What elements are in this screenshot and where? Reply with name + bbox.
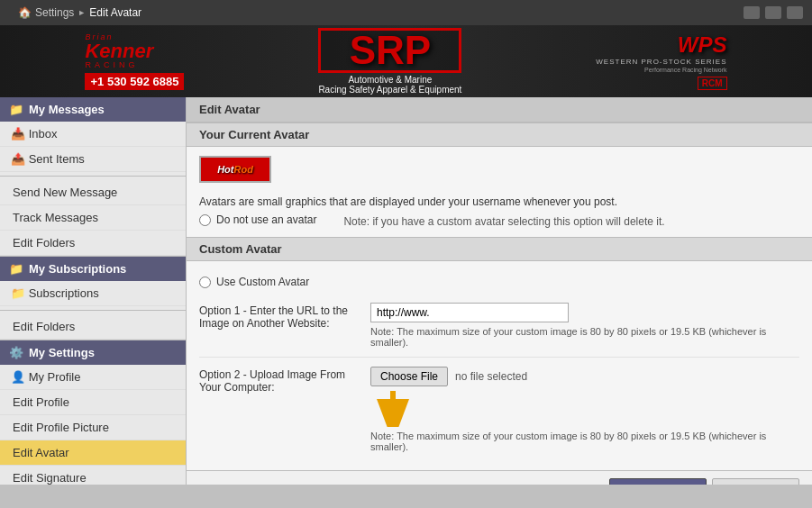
sidebar-item-sent[interactable]: 📤 Sent Items xyxy=(0,147,186,172)
sidebar-header-messages: 📁 My Messages xyxy=(0,97,186,122)
use-custom-label[interactable]: Use Custom Avatar xyxy=(216,276,309,288)
sent-label: Sent Items xyxy=(29,152,85,166)
banner-inner: Brian Kenner RACING +1 530 592 6885 SRP … xyxy=(0,25,812,97)
sidebar-item-track-messages[interactable]: Track Messages xyxy=(0,205,186,231)
avatar-description: Avatars are small graphics that are disp… xyxy=(199,195,799,208)
subscriptions-icon: 📁 xyxy=(11,286,29,300)
use-custom-row: Use Custom Avatar xyxy=(199,270,799,294)
banner-left: Brian Kenner RACING +1 530 592 6885 xyxy=(85,33,184,90)
save-changes-button[interactable]: Save Changes xyxy=(609,478,707,485)
sidebar-item-send-message[interactable]: Send New Message xyxy=(0,180,186,205)
arrow-annotation xyxy=(370,386,799,427)
edit-signature-label: Edit Signature xyxy=(13,471,87,485)
option1-control: Note: The maximum size of your custom im… xyxy=(370,303,799,348)
sidebar-item-edit-profile[interactable]: Edit Profile xyxy=(0,390,186,415)
content-inner: Edit Avatar Your Current Avatar HotRod A… xyxy=(187,97,812,485)
my-profile-label: My Profile xyxy=(29,370,81,384)
banner: Brian Kenner RACING +1 530 592 6885 SRP … xyxy=(0,25,812,97)
folder-icon-messages: 📁 xyxy=(9,103,23,116)
inbox-label: Inbox xyxy=(29,127,58,141)
do-not-use-radio[interactable] xyxy=(199,214,211,226)
breadcrumb: 🏠 Settings ► Edit Avatar xyxy=(9,1,151,24)
divider-1 xyxy=(0,176,186,177)
panel-title: Edit Avatar xyxy=(187,97,812,122)
file-row: Choose File no file selected xyxy=(370,367,799,386)
current-avatar-image: HotRod xyxy=(199,156,271,183)
send-message-label: Send New Message xyxy=(13,186,117,199)
do-not-use-row: Do not use an avatar xyxy=(199,213,316,226)
sidebar-subs-label: My Subscriptions xyxy=(29,262,126,276)
sidebar-messages-label: My Messages xyxy=(29,103,105,116)
avatar-note: Note: if you have a custom avatar select… xyxy=(343,215,664,228)
do-not-use-label[interactable]: Do not use an avatar xyxy=(216,213,316,226)
edit-folders-sub-label: Edit Folders xyxy=(13,320,75,333)
sidebar: 📁 My Messages 📥 Inbox 📤 Sent Items Send … xyxy=(0,97,187,485)
option1-label: Option 1 - Enter the URL to the Image on… xyxy=(199,303,361,330)
banner-sub2: Racing Safety Apparel & Equipment xyxy=(318,85,461,95)
sidebar-item-edit-profile-picture[interactable]: Edit Profile Picture xyxy=(0,415,186,440)
reset-fields-button[interactable]: Reset Fields xyxy=(712,478,799,485)
banner-rcm: RCM xyxy=(698,77,727,90)
footer-buttons: Save Changes Reset Fields xyxy=(187,470,812,485)
sidebar-items-messages: 📥 Inbox 📤 Sent Items Send New Message Tr… xyxy=(0,122,186,257)
sidebar-header-subscriptions: 📁 My Subscriptions xyxy=(0,257,186,281)
custom-avatar-header: Custom Avatar xyxy=(187,237,812,261)
option2-row: Option 2 - Upload Image From Your Comput… xyxy=(199,358,799,461)
arrow-svg xyxy=(375,386,429,427)
sidebar-header-settings: ⚙️ My Settings xyxy=(0,340,186,365)
edit-profile-label: Edit Profile xyxy=(13,395,69,409)
option2-label: Option 2 - Upload Image From Your Comput… xyxy=(199,367,361,394)
banner-center: SRP Automotive & Marine Racing Safety Ap… xyxy=(318,28,461,95)
option1-row: Option 1 - Enter the URL to the Image on… xyxy=(199,294,799,358)
breadcrumb-separator: ► xyxy=(78,8,86,17)
banner-wps-sub: Performance Racing Network xyxy=(596,67,726,73)
option2-note: Note: The maximum size of your custom im… xyxy=(370,431,799,452)
sidebar-item-edit-folders-msg[interactable]: Edit Folders xyxy=(0,231,186,256)
sidebar-item-inbox[interactable]: 📥 Inbox xyxy=(0,122,186,147)
sidebar-items-subs: 📁 Subscriptions Edit Folders xyxy=(0,281,186,340)
banner-kenner: Kenner xyxy=(85,41,153,61)
no-file-text: no file selected xyxy=(455,370,527,383)
content: Edit Avatar Your Current Avatar HotRod A… xyxy=(187,97,812,485)
banner-srp: SRP xyxy=(318,28,461,73)
current-avatar-body: HotRod Avatars are small graphics that a… xyxy=(187,147,812,237)
sidebar-items-settings: 👤 My Profile Edit Profile Edit Profile P… xyxy=(0,365,186,485)
inbox-icon: 📥 xyxy=(11,127,29,141)
sidebar-item-subscriptions[interactable]: 📁 Subscriptions xyxy=(0,281,186,306)
avatar-logo-text: HotRod xyxy=(217,164,253,175)
option2-control: Choose File no file selected xyxy=(370,367,799,452)
sidebar-item-edit-signature[interactable]: Edit Signature xyxy=(0,466,186,485)
topbar-btn-2[interactable] xyxy=(765,6,781,19)
main-layout: 📁 My Messages 📥 Inbox 📤 Sent Items Send … xyxy=(0,97,812,485)
url-input[interactable] xyxy=(370,303,569,322)
edit-profile-picture-label: Edit Profile Picture xyxy=(13,421,109,434)
banner-sub1: Automotive & Marine xyxy=(318,75,461,85)
option1-note: Note: The maximum size of your custom im… xyxy=(370,326,799,348)
banner-right: WPS WESTERN PRO-STOCK SERIES Performance… xyxy=(596,32,726,90)
banner-wps-full: WESTERN PRO-STOCK SERIES xyxy=(596,58,726,66)
top-bar-icons xyxy=(744,6,803,19)
sidebar-settings-label: My Settings xyxy=(29,346,95,359)
sidebar-item-edit-avatar[interactable]: Edit Avatar xyxy=(0,440,186,466)
choose-file-button[interactable]: Choose File xyxy=(370,367,448,386)
banner-racing: RACING xyxy=(85,61,153,69)
track-messages-label: Track Messages xyxy=(13,211,98,224)
use-custom-radio[interactable] xyxy=(199,277,211,288)
banner-wps: WPS xyxy=(596,32,726,58)
edit-avatar-label: Edit Avatar xyxy=(13,446,69,459)
divider-2 xyxy=(0,310,186,311)
custom-avatar-body: Use Custom Avatar Option 1 - Enter the U… xyxy=(187,261,812,470)
sidebar-section-messages: 📁 My Messages 📥 Inbox 📤 Sent Items Send … xyxy=(0,97,186,257)
top-bar: 🏠 Settings ► Edit Avatar xyxy=(0,0,812,25)
sidebar-section-subscriptions: 📁 My Subscriptions 📁 Subscriptions Edit … xyxy=(0,257,186,340)
profile-icon: 👤 xyxy=(11,370,29,384)
subscriptions-label: Subscriptions xyxy=(29,286,99,300)
topbar-btn-1[interactable] xyxy=(744,6,760,19)
sent-icon: 📤 xyxy=(11,152,29,166)
settings-icon: ⚙️ xyxy=(9,346,23,359)
sidebar-item-edit-folders-sub[interactable]: Edit Folders xyxy=(0,314,186,340)
topbar-btn-3[interactable] xyxy=(787,6,803,19)
sidebar-item-my-profile[interactable]: 👤 My Profile xyxy=(0,365,186,390)
folder-icon-subs: 📁 xyxy=(9,262,23,276)
breadcrumb-settings[interactable]: Settings xyxy=(35,6,74,19)
